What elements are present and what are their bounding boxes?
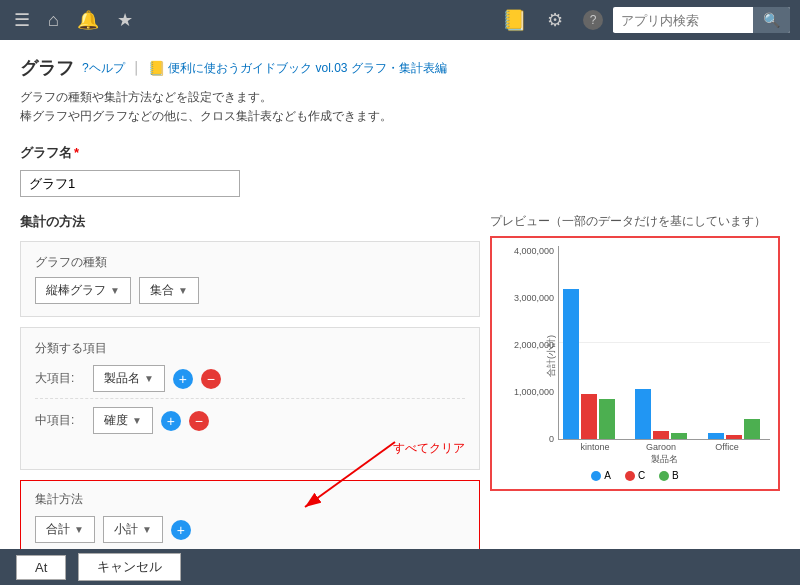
separator: │	[133, 61, 141, 75]
graph-style-dropdown[interactable]: 集合 ▼	[139, 277, 199, 304]
bar-garoon-c	[653, 431, 669, 439]
bar-office-b	[744, 419, 760, 439]
graph-type-row: 縦棒グラフ ▼ 集合 ▼	[35, 277, 465, 304]
legend-dot-b	[659, 471, 669, 481]
y-label-1m: 1,000,000	[500, 387, 554, 397]
save-button[interactable]: At	[16, 555, 66, 580]
chevron-down-icon: ▼	[142, 524, 152, 535]
medium-item-row: 中項目: 確度 ▼ + −	[35, 398, 465, 434]
agg-add-button[interactable]: +	[171, 520, 191, 540]
right-panel: プレビュー（一部のデータだけを基にしています） 4,000,000 3,000,…	[490, 213, 780, 583]
bar-group-office	[708, 259, 760, 439]
medium-item-dropdown[interactable]: 確度 ▼	[93, 407, 153, 434]
classify-section: 分類する項目 大項目: 製品名 ▼ + − 中項目: 確度 ▼	[20, 327, 480, 470]
search-button[interactable]: 🔍	[753, 7, 790, 33]
x-label-office: Office	[694, 442, 760, 452]
bottom-bar: At キャンセル	[0, 549, 800, 585]
bar-group-kintone	[563, 259, 615, 439]
bar-group-kintone-bars	[563, 259, 615, 439]
chevron-down-icon: ▼	[144, 373, 154, 384]
bell-icon[interactable]: 🔔	[73, 9, 103, 31]
description: グラフの種類や集計方法などを設定できます。 棒グラフや円グラフなどの他に、クロス…	[20, 88, 780, 126]
home-icon[interactable]: ⌂	[44, 10, 63, 31]
aggregation-title: 集計の方法	[20, 213, 480, 231]
graph-name-input[interactable]	[20, 170, 240, 197]
y-label-3m: 3,000,000	[500, 293, 554, 303]
chevron-down-icon: ▼	[110, 285, 120, 296]
bar-garoon-b	[671, 433, 687, 439]
gear-icon[interactable]: ⚙	[543, 9, 567, 31]
chart-area: 4,000,000 3,000,000 2,000,000 1,000,000 …	[500, 246, 770, 466]
y-label-0: 0	[500, 434, 554, 444]
star-icon[interactable]: ★	[113, 9, 137, 31]
clear-area-1: すべてクリア	[35, 440, 465, 457]
medium-item-remove-button[interactable]: −	[189, 411, 209, 431]
large-item-remove-button[interactable]: −	[201, 369, 221, 389]
bar-kintone-c	[581, 394, 597, 439]
page-title-row: グラフ ?ヘルプ │ 📒 便利に使おうガイドブック vol.03 グラフ・集計表…	[20, 56, 780, 80]
bar-group-garoon	[635, 259, 687, 439]
search-input[interactable]	[613, 9, 753, 32]
legend-item-c: C	[625, 470, 645, 481]
clear-all-link-1[interactable]: すべてクリア	[35, 440, 465, 457]
graph-type-label: グラフの種類	[35, 254, 465, 271]
center-icons: 📒 ⚙ ?	[502, 8, 603, 32]
graph-name-section: グラフ名*	[20, 144, 780, 197]
large-item-label: 大項目:	[35, 370, 85, 387]
x-axis-title: 製品名	[558, 453, 770, 466]
large-item-dropdown[interactable]: 製品名 ▼	[93, 365, 165, 392]
graph-type-section: グラフの種類 縦棒グラフ ▼ 集合 ▼	[20, 241, 480, 317]
legend-item-a: A	[591, 470, 611, 481]
large-item-row: 大項目: 製品名 ▼ + −	[35, 365, 465, 392]
bar-kintone-a	[563, 289, 579, 439]
bar-office-c	[726, 435, 742, 439]
legend-dot-a	[591, 471, 601, 481]
cancel-button[interactable]: キャンセル	[78, 553, 181, 581]
x-axis-labels: kintone Garoon Office	[558, 440, 770, 452]
legend-label-c: C	[638, 470, 645, 481]
classify-label: 分類する項目	[35, 340, 465, 357]
graph-name-label: グラフ名*	[20, 144, 780, 162]
medium-item-add-button[interactable]: +	[161, 411, 181, 431]
help-link[interactable]: ?ヘルプ	[82, 60, 125, 77]
bar-group-office-bars	[708, 259, 760, 439]
bar-kintone-b	[599, 399, 615, 439]
chart-container: 4,000,000 3,000,000 2,000,000 1,000,000 …	[490, 236, 780, 491]
bar-garoon-a	[635, 389, 651, 439]
help-icon[interactable]: ?	[583, 10, 603, 30]
content-area: グラフ ?ヘルプ │ 📒 便利に使おうガイドブック vol.03 グラフ・集計表…	[0, 40, 800, 585]
chevron-down-icon: ▼	[132, 415, 142, 426]
medium-item-label: 中項目:	[35, 412, 85, 429]
legend-dot-c	[625, 471, 635, 481]
agg-type-dropdown[interactable]: 合計 ▼	[35, 516, 95, 543]
legend-label-b: B	[672, 470, 679, 481]
chart-inner: 合計(小計)	[558, 246, 770, 466]
main-layout: 集計の方法 グラフの種類 縦棒グラフ ▼ 集合 ▼ 分類する項目	[20, 213, 780, 583]
search-box: 🔍	[613, 7, 790, 33]
guide-link-text: 便利に使おうガイドブック vol.03 グラフ・集計表編	[168, 60, 447, 77]
page-title: グラフ	[20, 56, 74, 80]
legend-label-a: A	[604, 470, 611, 481]
x-label-kintone: kintone	[562, 442, 628, 452]
y-label-4m: 4,000,000	[500, 246, 554, 256]
large-item-add-button[interactable]: +	[173, 369, 193, 389]
legend-item-b: B	[659, 470, 679, 481]
left-panel: 集計の方法 グラフの種類 縦棒グラフ ▼ 集合 ▼ 分類する項目	[20, 213, 480, 583]
top-navigation: ☰ ⌂ 🔔 ★ 📒 ⚙ ? 🔍	[0, 0, 800, 40]
book-icon[interactable]: 📒	[502, 8, 527, 32]
graph-type-dropdown[interactable]: 縦棒グラフ ▼	[35, 277, 131, 304]
menu-icon[interactable]: ☰	[10, 9, 34, 31]
x-label-garoon: Garoon	[628, 442, 694, 452]
agg-method-row: 合計 ▼ 小計 ▼ +	[35, 516, 465, 543]
guide-link[interactable]: 📒 便利に使おうガイドブック vol.03 グラフ・集計表編	[148, 60, 447, 77]
bars-area	[558, 246, 770, 440]
preview-title: プレビュー（一部のデータだけを基にしています）	[490, 213, 780, 230]
bar-office-a	[708, 433, 724, 439]
guide-book-icon: 📒	[148, 60, 165, 76]
agg-sub-dropdown[interactable]: 小計 ▼	[103, 516, 163, 543]
chevron-down-icon: ▼	[74, 524, 84, 535]
chevron-down-icon: ▼	[178, 285, 188, 296]
legend: A C B	[500, 470, 770, 481]
y-axis-title: 合計(小計)	[545, 335, 558, 377]
agg-method-label: 集計方法	[35, 491, 465, 508]
